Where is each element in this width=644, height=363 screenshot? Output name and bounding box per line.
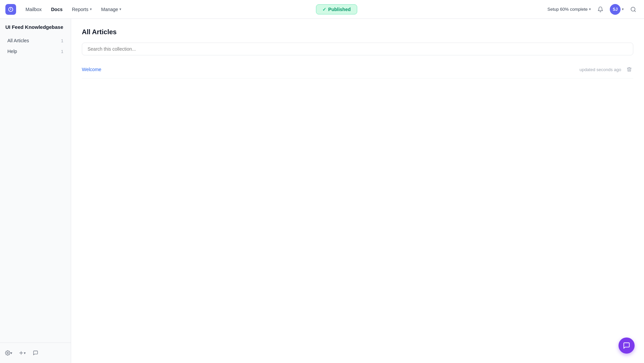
article-meta: updated seconds ago (580, 65, 633, 73)
topnav-right: Setup 60% complete ▾ SJ ▾ (547, 4, 639, 15)
nav-links: Mailbox Docs Reports ▾ Manage ▾ (21, 5, 125, 14)
published-label: Published (328, 7, 351, 12)
search-button[interactable] (628, 4, 639, 15)
sidebar-actions: ▾ ▾ (0, 343, 71, 363)
notifications-button[interactable] (595, 4, 606, 15)
main-content: All Articles Welcome updated seconds ago (71, 19, 644, 363)
sidebar-item-all-articles[interactable]: All Articles 1 (2, 35, 69, 46)
article-link-welcome[interactable]: Welcome (82, 67, 101, 72)
sidebar-item-label: Help (7, 49, 17, 54)
top-navigation: Mailbox Docs Reports ▾ Manage ▾ ✓ Publis… (0, 0, 644, 19)
delete-article-button[interactable] (625, 65, 633, 73)
sidebar-item-label: All Articles (7, 38, 29, 43)
manage-dropdown-icon: ▾ (119, 7, 121, 11)
chat-button[interactable] (619, 338, 635, 354)
article-updated: updated seconds ago (580, 67, 621, 72)
published-badge[interactable]: ✓ Published (316, 4, 357, 14)
avatar: SJ (610, 4, 621, 15)
add-button[interactable]: ▾ (16, 347, 28, 359)
main-layout: UI Feed Knowledgebase All Articles 1 Hel… (0, 19, 644, 363)
settings-button[interactable]: ▾ (3, 347, 15, 359)
sidebar-item-count: 1 (61, 38, 63, 43)
check-icon: ✓ (322, 7, 326, 12)
reports-dropdown-icon: ▾ (90, 7, 92, 11)
page-title: All Articles (82, 28, 633, 36)
nav-manage[interactable]: Manage ▾ (97, 5, 126, 14)
message-button[interactable] (30, 347, 42, 359)
svg-line-1 (634, 10, 635, 11)
sidebar-title: UI Feed Knowledgebase (0, 24, 71, 35)
topnav-center: ✓ Published (125, 4, 547, 14)
nav-docs[interactable]: Docs (47, 5, 66, 14)
add-dropdown-icon: ▾ (24, 351, 26, 355)
sidebar: UI Feed Knowledgebase All Articles 1 Hel… (0, 19, 71, 363)
search-input[interactable] (82, 43, 633, 55)
setup-dropdown-icon: ▾ (589, 7, 591, 11)
setup-progress[interactable]: Setup 60% complete ▾ (547, 7, 591, 12)
account-dropdown-icon: ▾ (622, 7, 624, 11)
account-button[interactable]: SJ ▾ (610, 4, 624, 15)
article-row: Welcome updated seconds ago (82, 61, 633, 79)
sidebar-item-count: 1 (61, 49, 63, 54)
svg-point-2 (7, 352, 8, 354)
app-logo[interactable] (5, 4, 16, 15)
sidebar-item-help[interactable]: Help 1 (2, 46, 69, 57)
settings-dropdown-icon: ▾ (10, 351, 12, 355)
nav-reports[interactable]: Reports ▾ (68, 5, 96, 14)
nav-mailbox[interactable]: Mailbox (21, 5, 46, 14)
